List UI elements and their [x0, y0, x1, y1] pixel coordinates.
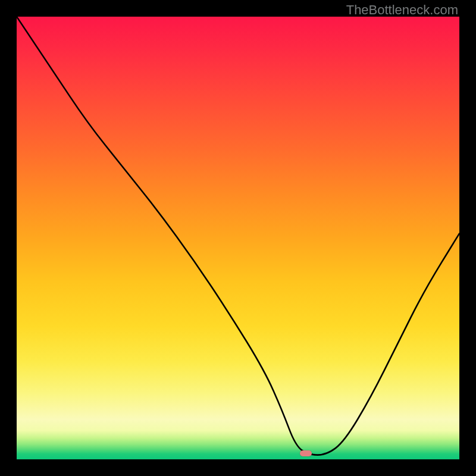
- watermark-text: TheBottleneck.com: [346, 2, 458, 18]
- chart-frame: TheBottleneck.com: [0, 0, 476, 476]
- bottleneck-curve: [17, 17, 459, 459]
- plot-area: [17, 17, 459, 459]
- current-point-marker: [300, 450, 312, 456]
